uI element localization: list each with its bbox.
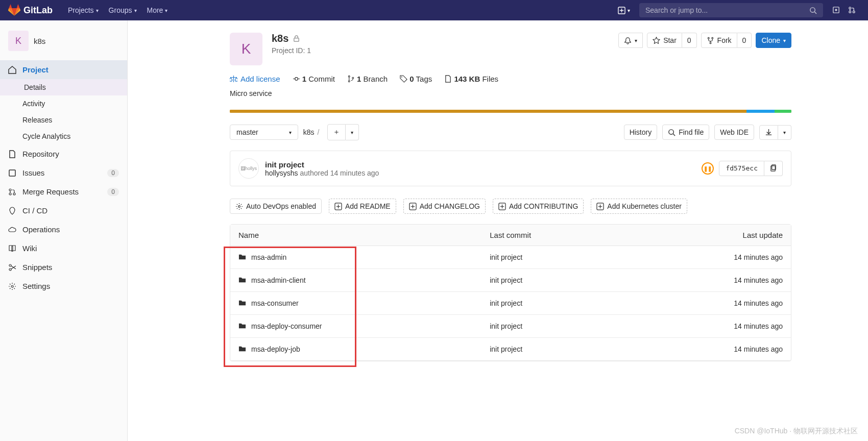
search-box[interactable] — [639, 3, 823, 17]
mr-count: 0 — [107, 188, 119, 196]
sidebar-item-snippets[interactable]: Snippets — [0, 258, 127, 277]
file-name[interactable]: msa-admin-client — [251, 276, 306, 284]
add-to-tree-dropdown[interactable]: ▾ — [346, 124, 359, 140]
commit-author[interactable]: hollysyshs — [265, 169, 298, 177]
star-count[interactable]: 0 — [682, 33, 697, 48]
svg-point-20 — [348, 81, 350, 82]
plus-square-icon — [596, 203, 604, 210]
merge-requests-shortcut-icon[interactable] — [844, 6, 860, 14]
commit-title[interactable]: init project — [265, 160, 379, 169]
sidebar-sub-releases[interactable]: Releases — [0, 112, 127, 128]
col-last-update: Last update — [626, 225, 791, 246]
star-button[interactable]: Star — [647, 33, 682, 48]
sidebar-sub-details[interactable]: Details — [0, 79, 127, 95]
sidebar-item-settings[interactable]: Settings — [0, 277, 127, 296]
scissors-icon — [8, 263, 16, 272]
add-to-tree-button[interactable]: ＋ — [327, 124, 346, 140]
last-commit-msg[interactable]: init project — [481, 315, 626, 338]
last-commit-msg[interactable]: init project — [481, 338, 626, 361]
doc-icon — [8, 150, 16, 158]
svg-point-21 — [352, 77, 354, 79]
svg-point-4 — [849, 7, 851, 9]
download-dropdown[interactable]: ▾ — [778, 125, 791, 140]
last-commit-msg[interactable]: init project — [481, 246, 626, 269]
branch-selector[interactable]: master ▾ — [230, 125, 298, 140]
svg-point-9 — [9, 193, 11, 195]
svg-point-11 — [9, 268, 11, 271]
sidebar-item-wiki[interactable]: Wiki — [0, 239, 127, 258]
svg-point-10 — [13, 193, 15, 195]
add-readme-button[interactable]: Add README — [329, 199, 396, 214]
tags-link[interactable]: 0 Tags — [400, 75, 432, 83]
add-contributing-button[interactable]: Add CONTRIBUTING — [493, 199, 584, 214]
sidebar-item-repository[interactable]: Repository — [0, 144, 127, 163]
copy-sha-button[interactable] — [764, 161, 783, 176]
download-button[interactable] — [759, 125, 778, 140]
svg-rect-7 — [9, 170, 15, 176]
project-avatar-large: K — [230, 33, 262, 65]
gear-icon — [235, 203, 243, 210]
sidebar-item-cicd[interactable]: CI / CD — [0, 201, 127, 220]
table-row[interactable]: msa-admin-client init project 14 minutes… — [230, 269, 791, 292]
sidebar-item-issues[interactable]: Issues 0 — [0, 163, 127, 182]
sidebar-sub-cycle-analytics[interactable]: Cycle Analytics — [0, 128, 127, 144]
commits-link[interactable]: 1 Commit — [293, 75, 335, 83]
add-kubernetes-button[interactable]: Add Kubernetes cluster — [591, 199, 687, 214]
files-size[interactable]: 143 KB Files — [444, 75, 498, 83]
issues-shortcut-icon[interactable] — [828, 6, 844, 14]
nav-more[interactable]: More▾ — [142, 0, 173, 20]
svg-point-12 — [9, 264, 11, 266]
file-name[interactable]: msa-admin — [251, 253, 286, 261]
plus-square-icon — [334, 203, 342, 210]
add-license-link[interactable]: Add license — [230, 75, 280, 83]
folder-icon — [238, 345, 246, 353]
folder-icon — [238, 276, 246, 284]
gitlab-logo[interactable]: GitLab — [8, 4, 53, 16]
sidebar-item-merge-requests[interactable]: Merge Requests 0 — [0, 182, 127, 201]
clone-button[interactable]: Clone ▾ — [756, 33, 791, 48]
add-changelog-button[interactable]: Add CHANGELOG — [403, 199, 486, 214]
svg-point-23 — [669, 129, 673, 134]
notification-button[interactable]: ▾ — [618, 33, 643, 48]
fork-button[interactable]: Fork — [701, 33, 737, 48]
branches-link[interactable]: 1 Branch — [347, 75, 388, 83]
table-row[interactable]: msa-admin init project 14 minutes ago — [230, 246, 791, 269]
commit-sha[interactable]: fd575ecc — [719, 161, 764, 176]
table-row[interactable]: msa-deploy-job init project 14 minutes a… — [230, 338, 791, 361]
file-name[interactable]: msa-consumer — [251, 299, 299, 307]
last-commit-msg[interactable]: init project — [481, 269, 626, 292]
issues-icon — [8, 169, 16, 177]
find-file-button[interactable]: Find file — [662, 125, 709, 140]
nav-groups[interactable]: Groups▾ — [104, 0, 142, 20]
language-bar[interactable] — [230, 110, 791, 113]
breadcrumb-root[interactable]: k8s — [303, 128, 315, 136]
svg-point-16 — [711, 37, 713, 39]
history-button[interactable]: History — [624, 125, 658, 140]
svg-point-22 — [401, 77, 402, 78]
author-avatar[interactable]: 🖼hollys — [238, 158, 259, 179]
sidebar-sub-activity[interactable]: Activity — [0, 95, 127, 112]
sidebar-context[interactable]: K k8s — [0, 27, 127, 55]
chevron-down-icon: ▾ — [635, 38, 637, 43]
svg-point-19 — [348, 76, 350, 77]
table-row[interactable]: msa-consumer init project 14 minutes ago — [230, 292, 791, 315]
nav-projects[interactable]: Projects▾ — [63, 0, 104, 20]
cloud-icon — [8, 226, 16, 234]
table-row[interactable]: msa-deploy-consumer init project 14 minu… — [230, 315, 791, 338]
last-commit-msg[interactable]: init project — [481, 292, 626, 315]
web-ide-button[interactable]: Web IDE — [714, 125, 754, 140]
fork-count[interactable]: 0 — [737, 33, 752, 48]
last-update-time: 14 minutes ago — [626, 292, 791, 315]
file-name[interactable]: msa-deploy-job — [251, 345, 300, 353]
pipeline-status-icon[interactable]: ❚❚ — [702, 162, 714, 175]
doc-icon — [444, 75, 452, 83]
auto-devops-button[interactable]: Auto DevOps enabled — [230, 199, 322, 214]
file-name[interactable]: msa-deploy-consumer — [251, 322, 322, 330]
sidebar-item-operations[interactable]: Operations — [0, 220, 127, 239]
lock-icon — [293, 35, 300, 42]
search-input[interactable] — [645, 6, 809, 14]
rocket-icon — [8, 207, 16, 215]
sidebar-item-project[interactable]: Project — [0, 60, 127, 79]
new-dropdown[interactable]: ▾ — [614, 5, 634, 16]
watermark: CSDN @IoTHub · 物联网开源技术社区 — [735, 427, 858, 436]
